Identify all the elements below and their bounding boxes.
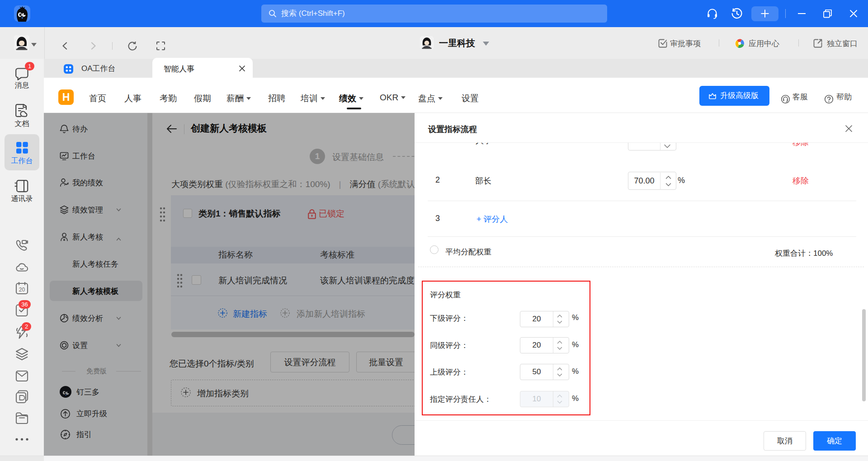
- svg-text:20: 20: [19, 287, 25, 293]
